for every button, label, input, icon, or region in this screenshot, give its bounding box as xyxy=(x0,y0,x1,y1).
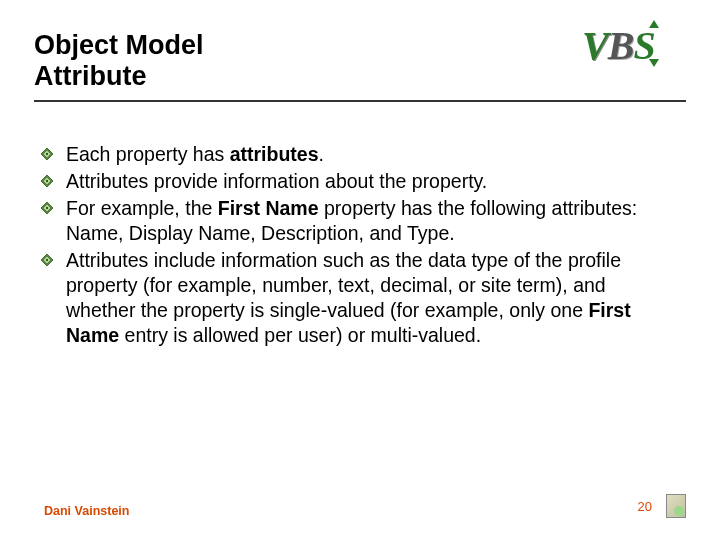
bullet-item: Each property has attributes. xyxy=(40,142,672,167)
svg-point-11 xyxy=(46,259,48,261)
slide: VBS Object Model Attribute Each property… xyxy=(0,0,720,540)
text-segment: entry is allowed per user) or multi-valu… xyxy=(119,324,481,346)
title-line-1: Object Model xyxy=(34,30,204,60)
text-segment: Attributes provide information about the… xyxy=(66,170,487,192)
diamond-bullet-icon xyxy=(40,147,54,161)
svg-point-2 xyxy=(46,153,48,155)
title-line-2: Attribute xyxy=(34,61,146,91)
bullet-list: Each property has attributes. Attributes… xyxy=(40,142,672,348)
slide-title: Object Model Attribute xyxy=(34,30,686,92)
bullet-item: For example, the First Name property has… xyxy=(40,196,672,246)
svg-point-8 xyxy=(46,207,48,209)
slide-footer: Dani Vainstein 20 xyxy=(44,494,686,518)
bullet-item: Attributes include information such as t… xyxy=(40,248,672,348)
bullet-text: For example, the First Name property has… xyxy=(66,196,672,246)
bold-text: attributes xyxy=(230,143,319,165)
text-segment: For example, the xyxy=(66,197,218,219)
diamond-bullet-icon xyxy=(40,201,54,215)
page-number: 20 xyxy=(638,499,652,514)
diamond-bullet-icon xyxy=(40,174,54,188)
bullet-text: Attributes provide information about the… xyxy=(66,169,672,194)
title-underline xyxy=(34,100,686,102)
slide-content: Each property has attributes. Attributes… xyxy=(40,142,672,350)
text-segment: Attributes include information such as t… xyxy=(66,249,621,321)
text-segment: . xyxy=(319,143,324,165)
slide-header: Object Model Attribute xyxy=(34,30,686,102)
slide-decoration-icon xyxy=(666,494,686,518)
bullet-text: Each property has attributes. xyxy=(66,142,672,167)
page-area: 20 xyxy=(638,494,686,518)
bold-text: First Name xyxy=(218,197,319,219)
text-segment: Each property has xyxy=(66,143,230,165)
bullet-item: Attributes provide information about the… xyxy=(40,169,672,194)
diamond-bullet-icon xyxy=(40,253,54,267)
svg-point-5 xyxy=(46,180,48,182)
bullet-text: Attributes include information such as t… xyxy=(66,248,672,348)
author-name: Dani Vainstein xyxy=(44,504,129,518)
